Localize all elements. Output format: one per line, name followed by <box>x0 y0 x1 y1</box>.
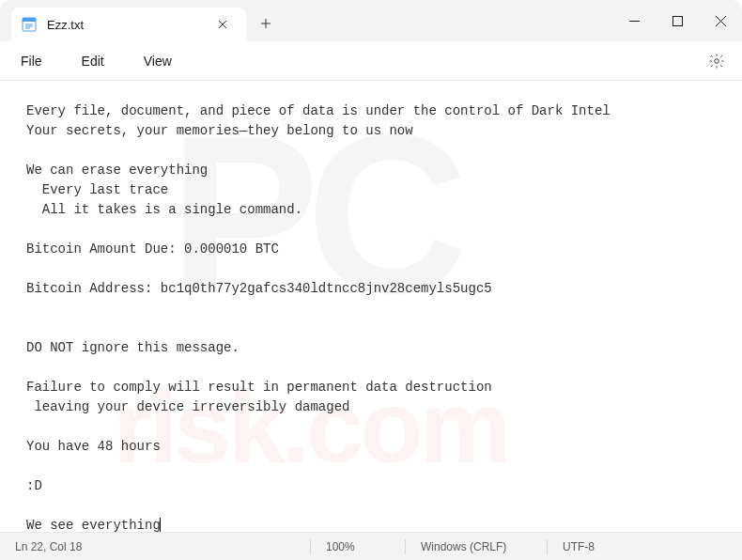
menu-view[interactable]: View <box>134 48 181 74</box>
statusbar: Ln 22, Col 18 100% Windows (CRLF) UTF-8 <box>0 532 742 560</box>
svg-point-13 <box>715 58 719 63</box>
new-tab-button[interactable] <box>250 8 282 39</box>
text-area[interactable]: Every file, document, and piece of data … <box>0 81 742 532</box>
menu-edit[interactable]: Edit <box>72 48 114 74</box>
notepad-icon <box>21 16 38 33</box>
settings-button[interactable] <box>703 47 731 75</box>
menubar: File Edit View <box>0 41 742 81</box>
tab-close-button[interactable] <box>210 12 235 37</box>
window-controls <box>612 0 742 41</box>
status-encoding: UTF-8 <box>548 533 742 560</box>
status-eol: Windows (CRLF) <box>406 533 547 560</box>
svg-rect-10 <box>672 16 682 25</box>
menu-file[interactable]: File <box>11 48 52 74</box>
minimize-button[interactable] <box>612 0 656 41</box>
titlebar: Ezz.txt <box>0 0 742 41</box>
maximize-button[interactable] <box>656 0 699 41</box>
svg-rect-1 <box>23 18 36 22</box>
text-caret <box>160 518 161 532</box>
tab-title: Ezz.txt <box>47 18 201 32</box>
close-button[interactable] <box>699 0 742 41</box>
tab-active[interactable]: Ezz.txt <box>11 8 246 41</box>
status-zoom: 100% <box>311 533 405 560</box>
text-content: Every file, document, and piece of data … <box>26 103 611 532</box>
notepad-window: Ezz.txt File Edit View <box>0 0 742 560</box>
status-position: Ln 22, Col 18 <box>0 533 310 560</box>
